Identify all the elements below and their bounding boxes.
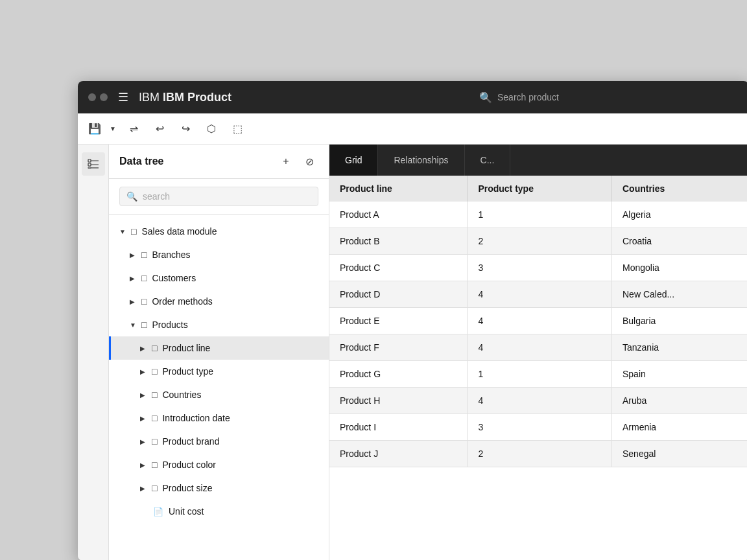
cell-product-type: 3: [468, 255, 612, 281]
tree-label-customers: Customers: [152, 273, 196, 283]
table-wrapper[interactable]: Product lineProduct typeCountriesProduct…: [329, 176, 747, 560]
tree-item-product-type[interactable]: ▶□Product type: [109, 360, 329, 383]
cell-product-line: Product F: [329, 334, 468, 361]
export-button[interactable]: ⬡: [200, 117, 223, 141]
table-row[interactable]: Product C3Mongolia: [329, 255, 747, 281]
header-search: 🔍 Search product: [479, 91, 739, 104]
search-input-wrapper[interactable]: 🔍: [119, 187, 318, 206]
table-row[interactable]: Product B2Croatia: [329, 228, 747, 255]
folder-icon-product-color: □: [152, 460, 157, 470]
tree-caret-product-brand: ▶: [140, 438, 148, 445]
sidebar-title: Data tree: [119, 156, 163, 167]
tab-c[interactable]: C...: [465, 145, 511, 176]
sidebar-search: 🔍: [109, 179, 329, 215]
tree-item-unit-cost[interactable]: 📄Unit cost: [109, 500, 329, 523]
folder-icon-product-brand: □: [152, 436, 157, 447]
table-row[interactable]: Product J2Senegal: [329, 441, 747, 467]
folder-icon-product-line: □: [152, 343, 157, 353]
traffic-light-minimize[interactable]: [100, 93, 108, 101]
redo-icon: ↪: [182, 122, 190, 135]
cell-product-line: Product G: [329, 361, 468, 388]
cell-countries: Tanzania: [611, 334, 747, 361]
cell-countries: Bulgaria: [611, 308, 747, 334]
title-bar: ☰ IBM IBM Product 🔍 Search product: [78, 81, 747, 113]
tab-relationships[interactable]: Relationships: [378, 145, 464, 176]
traffic-light-close[interactable]: [88, 93, 96, 101]
col-header-product-line: Product line: [329, 176, 468, 202]
table-row[interactable]: Product I3Armenia: [329, 414, 747, 441]
table-row[interactable]: Product A1Algeria: [329, 202, 747, 228]
traffic-lights: [88, 93, 108, 101]
help-icon: ⊘: [305, 156, 314, 168]
rail-data-tree-icon[interactable]: [82, 152, 105, 176]
data-table: Product lineProduct typeCountriesProduct…: [329, 176, 747, 467]
tree-label-branches: Branches: [152, 250, 190, 260]
tree-caret-branches: ▶: [130, 251, 137, 259]
tree-caret-order-methods: ▶: [130, 298, 137, 305]
tree-caret-product-line: ▶: [140, 345, 148, 352]
cell-product-line: Product J: [329, 441, 468, 467]
cell-countries: Senegal: [611, 441, 747, 467]
save-icon: 💾: [88, 122, 101, 135]
table-row[interactable]: Product D4New Caled...: [329, 281, 747, 308]
tab-grid[interactable]: Grid: [329, 145, 378, 176]
icon-rail: [78, 145, 109, 560]
cell-product-type: 4: [468, 308, 612, 334]
tree-item-countries[interactable]: ▶□Countries: [109, 383, 329, 406]
tree-caret-products: ▼: [130, 321, 137, 329]
cell-product-type: 1: [468, 202, 612, 228]
tree-label-countries: Countries: [162, 390, 201, 400]
save-button[interactable]: 💾: [83, 117, 106, 141]
cell-product-line: Product I: [329, 414, 468, 441]
folder-icon-sales-module: □: [131, 226, 136, 237]
tree-item-intro-date[interactable]: ▶□Introduction date: [109, 406, 329, 430]
table-row[interactable]: Product H4Aruba: [329, 388, 747, 414]
col-header-countries: Countries: [611, 176, 747, 202]
undo-button[interactable]: ↩: [148, 117, 171, 141]
table-row[interactable]: Product F4Tanzania: [329, 334, 747, 361]
save-dropdown-button[interactable]: ▼: [106, 117, 119, 141]
tree-caret-product-type: ▶: [140, 368, 148, 375]
cell-countries: Spain: [611, 361, 747, 388]
tree-label-product-type: Product type: [162, 366, 213, 377]
cell-product-type: 2: [468, 441, 612, 467]
header-search-placeholder[interactable]: Search product: [497, 92, 559, 102]
cell-countries: Algeria: [611, 202, 747, 228]
table-row[interactable]: Product E4Bulgaria: [329, 308, 747, 334]
tree-item-product-size[interactable]: ▶□Product size: [109, 476, 329, 500]
col-header-product-type: Product type: [468, 176, 612, 202]
search-input[interactable]: [143, 191, 311, 202]
tree-item-products[interactable]: ▼□Products: [109, 313, 329, 336]
tree-item-product-line[interactable]: ▶□Product line: [109, 336, 329, 360]
tree-caret-customers: ▶: [130, 275, 137, 282]
tree-caret-product-color: ▶: [140, 461, 148, 469]
sidebar-actions: + ⊘: [277, 152, 318, 170]
tree-item-product-brand[interactable]: ▶□Product brand: [109, 430, 329, 453]
tree-caret-product-size: ▶: [140, 485, 148, 492]
tree-item-sales-module[interactable]: ▼□Sales data module: [109, 220, 329, 243]
cell-countries: Aruba: [611, 388, 747, 414]
edit-button[interactable]: ⬚: [226, 117, 249, 141]
share-button[interactable]: ⇌: [122, 117, 145, 141]
folder-icon-products: □: [141, 320, 147, 330]
tree-item-product-color[interactable]: ▶□Product color: [109, 453, 329, 476]
cell-product-type: 4: [468, 334, 612, 361]
help-button[interactable]: ⊘: [300, 152, 318, 170]
hamburger-icon[interactable]: ☰: [118, 90, 128, 104]
share-icon: ⇌: [130, 122, 138, 135]
tree-item-branches[interactable]: ▶□Branches: [109, 243, 329, 266]
edit-icon: ⬚: [233, 122, 243, 135]
undo-icon: ↩: [156, 122, 164, 135]
svg-rect-1: [88, 163, 91, 166]
plus-icon: +: [283, 156, 289, 167]
sidebar: Data tree + ⊘ 🔍 ▼□Sales data: [109, 145, 329, 560]
cell-countries: New Caled...: [611, 281, 747, 308]
redo-button[interactable]: ↪: [174, 117, 197, 141]
tree-item-customers[interactable]: ▶□Customers: [109, 266, 329, 290]
folder-icon-countries: □: [152, 390, 157, 400]
table-row[interactable]: Product G1Spain: [329, 361, 747, 388]
add-tree-item-button[interactable]: +: [277, 152, 295, 170]
tree-label-sales-module: Sales data module: [141, 226, 217, 237]
tree-item-order-methods[interactable]: ▶□Order methods: [109, 290, 329, 313]
tree-label-product-line: Product line: [162, 343, 210, 353]
